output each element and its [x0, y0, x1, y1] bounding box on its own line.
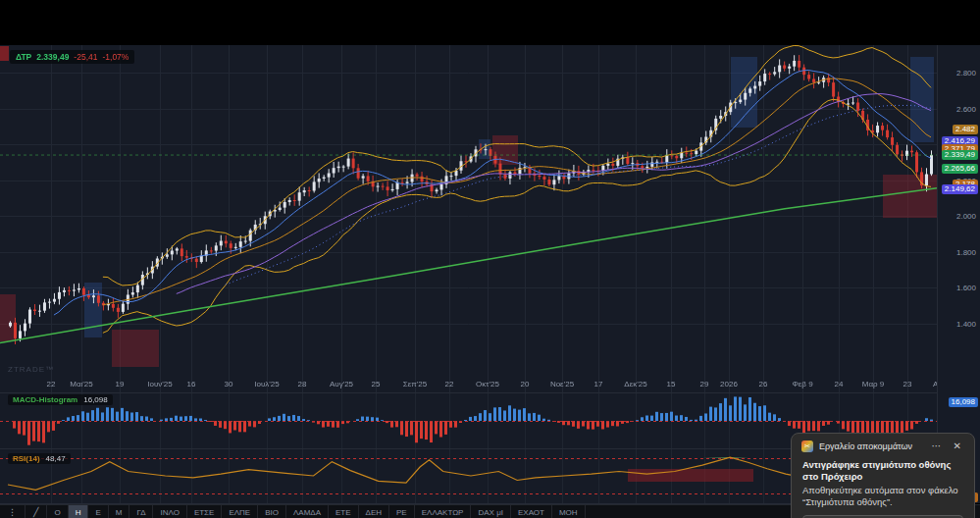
notification-more-button[interactable]: ⋯ — [929, 441, 945, 451]
x-axis-label: 17 — [594, 380, 603, 388]
toolbar-tab-ΜΟΗ[interactable]: ΜΟΗ — [552, 505, 586, 518]
macd-label: MACD-Histogram — [13, 395, 77, 404]
panel-separator — [0, 392, 937, 393]
toolbar-tab-ΕΤΣΕ[interactable]: ΕΤΣΕ — [187, 505, 223, 518]
toolbar-tab-ΙΝΛΟ[interactable]: ΙΝΛΟ — [153, 505, 186, 518]
x-axis-label: 23 — [903, 380, 912, 388]
x-axis-label: 22 — [47, 380, 56, 388]
x-axis-label: Αυγ'25 — [330, 380, 353, 388]
symbol-change: -25,41 — [74, 52, 97, 62]
notification-close-icon[interactable]: ✕ — [951, 441, 964, 451]
rsi-legend: RSI(14) 48,47 — [8, 453, 71, 464]
price-axis-label: 2.600 — [956, 105, 976, 114]
notification-body: Αντιγράφηκε στιγμιότυπο οθόνης στο Πρόχε… — [792, 456, 974, 508]
toolbar-tab-ΕΤΕ[interactable]: ΕΤΕ — [329, 505, 359, 518]
x-axis-label: 19 — [116, 380, 125, 388]
toolbar-tab-Η[interactable]: Η — [69, 505, 89, 518]
symbol-price: 2.339,49 — [36, 52, 69, 62]
top-black-strip — [0, 0, 980, 45]
left-edge-zone-fragment — [0, 46, 9, 61]
x-axis-label: 16 — [187, 380, 196, 388]
price-axis-label: 2.800 — [956, 69, 976, 78]
toolbar-tab-ΕΧΑΟΤ[interactable]: ΕΧΑΟΤ — [511, 505, 552, 518]
toolbar-tab-ΓΔ[interactable]: ΓΔ — [129, 505, 153, 518]
toolbar-tab-ΕΛΠΕ[interactable]: ΕΛΠΕ — [222, 505, 258, 518]
price-axis-label: 2.000 — [956, 212, 976, 221]
notification-app-name: Εργαλείο αποκομμάτων — [819, 441, 923, 451]
menu-icon[interactable]: ⋮ — [0, 505, 26, 518]
snipping-tool-notification: ✂ Εργαλείο αποκομμάτων ⋯ ✕ Αντιγράφηκε σ… — [791, 433, 975, 518]
x-axis-label: Νοε'25 — [550, 380, 574, 388]
price-badge: 2.339,49 — [942, 150, 978, 160]
notification-header: ✂ Εργαλείο αποκομμάτων ⋯ ✕ — [792, 434, 974, 456]
x-axis-label: 22 — [445, 380, 454, 388]
toolbar-tab-ΛΑΜΔΑ[interactable]: ΛΑΜΔΑ — [286, 505, 329, 518]
x-axis-label: 29 — [700, 380, 709, 388]
toolbar-tab-DAX μΙ[interactable]: DAX μΙ — [471, 505, 511, 518]
x-axis-label: Οκτ'25 — [476, 380, 499, 388]
x-axis-label: Φεβ 9 — [792, 380, 812, 388]
price-badge: 2.265,66 — [942, 164, 978, 174]
price-axis-label: 1.800 — [956, 248, 976, 257]
price-axis-label: 1.600 — [956, 284, 976, 292]
toolbar-tab-ΡΕ[interactable]: ΡΕ — [389, 505, 415, 518]
macd-value: 16,098 — [83, 395, 107, 404]
x-axis-label: Ιουν'25 — [147, 380, 172, 388]
x-axis-label: Ιουλ'25 — [254, 380, 279, 388]
price-badge: 2.482 — [953, 125, 978, 134]
x-axis-label: Δεκ'25 — [624, 380, 646, 388]
x-axis-label: Μαρ 9 — [862, 380, 885, 388]
x-axis-label: Μαι'25 — [70, 380, 93, 388]
price-chart-canvas[interactable] — [0, 45, 937, 392]
x-axis-label: 20 — [521, 380, 530, 388]
symbol-name: ΔΤΡ — [16, 52, 31, 62]
macd-value-badge: 16,098 — [949, 397, 978, 407]
rsi-value: 48,47 — [46, 454, 66, 463]
toolbar-tab-ΔΕΗ[interactable]: ΔΕΗ — [359, 505, 389, 518]
x-axis-label: 28 — [298, 380, 307, 388]
x-axis-label: 30 — [225, 380, 233, 388]
x-axis-label: 25 — [372, 380, 381, 388]
symbol-change-pct: -1,07% — [102, 52, 129, 62]
notification-line1: Αντιγράφηκε στιγμιότυπο οθόνης στο Πρόχε… — [802, 459, 963, 484]
price-axis-label: 1.400 — [956, 320, 976, 329]
draw-tool-icon[interactable]: ╱ — [26, 505, 47, 518]
toolbar-tab-Ο[interactable]: Ο — [47, 505, 68, 518]
toolbar-tab-ΕΛΛΑΚΤΩΡ[interactable]: ΕΛΛΑΚΤΩΡ — [415, 505, 472, 518]
x-axis-label: Σεπ'25 — [403, 380, 427, 388]
x-axis-label-row: 22Μαι'2519Ιουν'251630Ιουλ'2528Αυγ'2525Σε… — [0, 378, 980, 392]
x-axis-label: 24 — [835, 380, 844, 388]
platform-watermark: ZTRADE™ — [8, 365, 54, 374]
notification-line2: Αποθηκεύτηκε αυτόματα στον φάκελο “Στιγμ… — [802, 485, 963, 509]
toolbar-tab-ΒΙΟ[interactable]: ΒΙΟ — [258, 505, 286, 518]
macd-legend: MACD-Histogram 16,098 — [8, 394, 113, 405]
toolbar-tab-Ε[interactable]: Ε — [88, 505, 108, 518]
symbol-legend: ΔΤΡ 2.339,49 -25,41 -1,07% — [10, 50, 134, 64]
x-axis-label: 2026 — [720, 380, 738, 388]
price-badge: 2.149,62 — [942, 184, 978, 194]
snipping-tool-icon: ✂ — [801, 440, 813, 452]
rsi-label: RSI(14) — [13, 454, 40, 463]
x-axis-label: 15 — [667, 380, 676, 388]
toolbar-tab-Μ[interactable]: Μ — [109, 505, 130, 518]
x-axis-label: 26 — [759, 380, 768, 388]
